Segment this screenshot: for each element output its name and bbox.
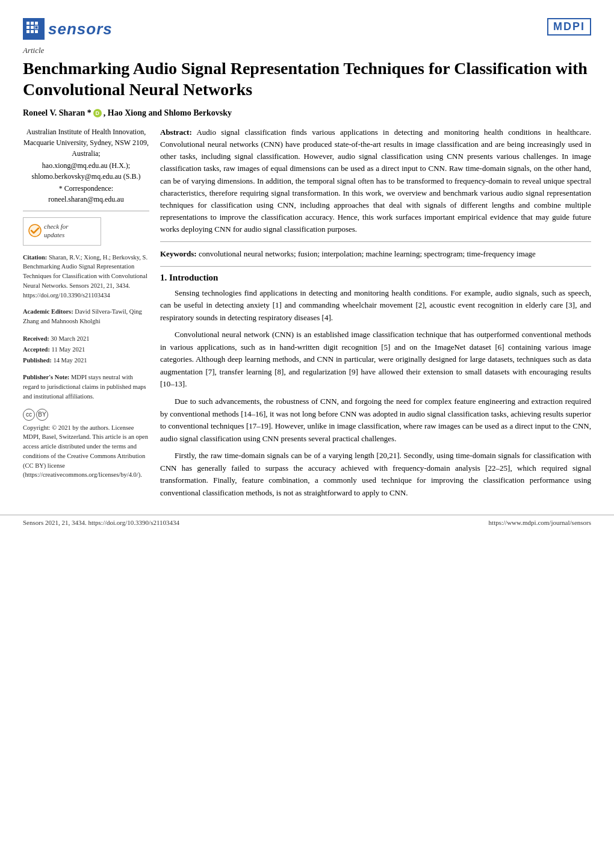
article-title: Benchmarking Audio Signal Representation… [0,58,614,100]
intro-paragraph-1: Sensing technologies find applications i… [160,287,591,324]
author-name-1: Roneel V. Sharan * [23,108,91,118]
author-name-rest: , Hao Xiong and Shlomo Berkovsky [104,108,232,118]
affiliation-block: Australian Institute of Health Innovatio… [23,126,149,205]
received-label: Received: [23,335,49,342]
divider-keywords [160,266,591,267]
svg-rect-8 [35,26,38,29]
affiliation-line1: Australian Institute of Health Innovatio… [23,126,149,159]
authors-line: Roneel V. Sharan * D , Hao Xiong and Shl… [0,108,614,118]
keywords-block: Keywords: convolutional neural networks;… [160,248,591,260]
left-column: Australian Institute of Health Innovatio… [23,126,149,504]
intro-p3-text: Due to such advancements, the robustness… [160,395,591,445]
footer-right: https://www.mdpi.com/journal/sensors [489,519,591,526]
published-label: Published: [23,357,52,364]
divider-abstract [160,241,591,242]
published-date: 14 May 2021 [53,357,87,364]
footer: Sensors 2021, 21, 3434. https://doi.org/… [0,515,614,526]
svg-rect-7 [35,30,38,33]
intro-section-num: 1. [160,273,167,282]
dates-block: Received: 30 March 2021 Accepted: 11 May… [23,333,149,366]
right-column: Abstract: Audio signal classification fi… [160,126,591,504]
svg-rect-2 [35,22,38,25]
license-text: © 2021 by the authors. Licensee MDPI, Ba… [23,424,148,479]
abstract-title: Abstract: [160,128,192,137]
intro-p2-text: Convolutional neural network (CNN) is an… [160,329,591,391]
svg-rect-3 [26,26,29,29]
orcid-icon: D [93,109,102,117]
check-updates-label: check forupdates [44,222,69,240]
cc-license-block: cc BY Copyright: © 2021 by the authors. … [23,409,149,480]
intro-section-name: Introduction [169,273,218,282]
header: sensors MDPI [0,18,614,40]
check-icon-row: check forupdates [28,222,96,240]
check-for-updates-box[interactable]: check forupdates [23,217,101,246]
introduction-section-title: 1. Introduction [160,273,591,283]
cc-icon-row: cc BY [23,409,149,421]
accepted-date: 11 May 2021 [52,346,85,353]
abstract-block: Abstract: Audio signal classification fi… [160,126,591,235]
publishers-note-block: Publisher's Note: MDPI stays neutral wit… [23,373,149,401]
mdpi-logo: MDPI [547,18,591,36]
journal-logo-box [23,18,45,40]
svg-rect-5 [26,30,29,33]
keywords-text: convolutional neural networks; fusion; i… [199,249,536,258]
page: sensors MDPI Article Benchmarking Audio … [0,0,614,868]
journal-logo: sensors [23,18,113,40]
citation-label: Citation: [23,254,47,261]
intro-p1-text: Sensing technologies find applications i… [160,287,591,324]
affiliation-line3: * Correspondence: roneel.sharan@mq.edu.a… [23,183,149,205]
abstract-text: Audio signal classification finds variou… [160,128,591,234]
cc-logo-circle: cc [23,409,35,421]
intro-paragraph-2: Convolutional neural network (CNN) is an… [160,329,591,391]
cc-by-circle: BY [36,409,48,421]
keywords-title: Keywords: [160,249,197,258]
publishers-note-label: Publisher's Note: [23,374,69,380]
academic-editors-label: Academic Editors: [23,308,73,315]
citation-block: Citation: Sharan, R.V.; Xiong, H.; Berko… [23,253,149,300]
journal-logo-svg [25,20,42,37]
footer-left: Sensors 2021, 21, 3434. https://doi.org/… [23,519,179,526]
accepted-label: Accepted: [23,346,50,353]
received-date: 30 March 2021 [51,335,89,342]
published-row: Published: 14 May 2021 [23,355,149,366]
intro-paragraph-3: Due to such advancements, the robustness… [160,395,591,445]
divider-1 [23,211,149,211]
intro-p4-text: Firstly, the raw time-domain signals can… [160,450,591,499]
license-label: Copyright: [23,424,51,431]
received-row: Received: 30 March 2021 [23,333,149,344]
accepted-row: Accepted: 11 May 2021 [23,344,149,355]
svg-rect-4 [31,26,34,29]
article-type: Article [0,46,614,55]
svg-rect-1 [31,22,34,25]
content-area: Australian Institute of Health Innovatio… [0,126,614,504]
svg-rect-0 [26,22,29,25]
intro-paragraph-4: Firstly, the raw time-domain signals can… [160,450,591,499]
svg-rect-6 [31,30,34,33]
checkmark-shield-icon [28,224,42,237]
journal-name: sensors [48,20,113,39]
affiliation-line2: hao.xiong@mq.edu.au (H.X.); shlomo.berko… [23,160,149,182]
academic-editors-block: Academic Editors: David Silvera-Tawil, Q… [23,307,149,326]
